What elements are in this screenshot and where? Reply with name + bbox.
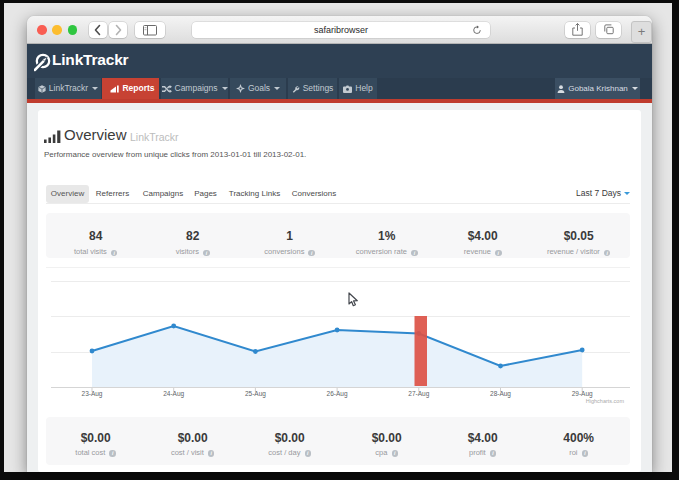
svg-text:29-Aug: 29-Aug (572, 390, 593, 398)
svg-text:27-Aug: 27-Aug (408, 390, 429, 398)
svg-text:24-Aug: 24-Aug (163, 390, 184, 398)
svg-text:23-Aug: 23-Aug (82, 390, 103, 398)
svg-text:28-Aug: 28-Aug (490, 390, 511, 398)
svg-text:Highcharts.com: Highcharts.com (586, 398, 625, 404)
svg-text:25-Aug: 25-Aug (245, 390, 266, 398)
svg-text:26-Aug: 26-Aug (327, 390, 348, 398)
